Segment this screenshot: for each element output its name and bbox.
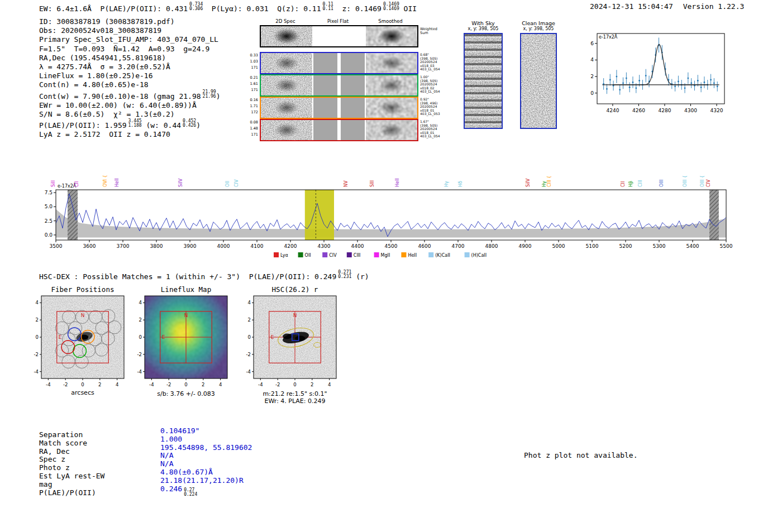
match-table-row: mag21.18(21.17,21.20)R xyxy=(39,480,252,488)
spec-cell xyxy=(261,120,312,140)
emission-line-label: Hδ xyxy=(458,181,463,187)
match-table-label: P(LAE)/P(OII) xyxy=(39,488,160,497)
legend-swatch xyxy=(401,252,406,257)
legend-label: OII xyxy=(305,253,311,258)
match-table-value: 195.454898, 55.819602 xyxy=(160,443,252,452)
data-point xyxy=(638,80,640,82)
smooth-cell xyxy=(366,26,417,46)
svg-text:4280: 4280 xyxy=(659,108,671,113)
emission-line-label: OIII { xyxy=(683,175,688,187)
hsc-cutout-plot: -4-4-2-2002244NE xyxy=(231,294,346,399)
svg-text:3800: 3800 xyxy=(150,243,163,249)
emission-line-label: OVI { xyxy=(103,175,108,187)
svg-text:-2: -2 xyxy=(137,352,142,357)
legend-swatch xyxy=(322,252,327,257)
svg-text:-4: -4 xyxy=(246,369,251,375)
emission-line-label: CII xyxy=(74,181,79,187)
svg-text:3500: 3500 xyxy=(50,243,63,249)
east-label: E xyxy=(162,334,165,340)
legend-label: (K)CaII xyxy=(435,253,450,258)
legend-swatch xyxy=(274,252,279,257)
north-label: N xyxy=(184,313,188,318)
legend-label: CIII xyxy=(354,253,361,258)
svg-text:5.0: 5.0 xyxy=(45,204,53,209)
cutout-grid: 2D SpecPixel FlatSmoothedWeightedSum0.33… xyxy=(260,18,461,147)
data-point xyxy=(606,88,608,90)
svg-text:4: 4 xyxy=(116,382,118,387)
emission-line-label: SiII xyxy=(51,180,56,187)
svg-text:4300: 4300 xyxy=(318,243,331,249)
svg-text:0: 0 xyxy=(248,334,251,340)
emission-line-label: HeII xyxy=(115,178,120,187)
row-annotation: 0.92"(398, 496)20200524v018_01403_LL_053 xyxy=(420,98,459,116)
info-line: ID: 3008387819 (3008387819.pdf) xyxy=(39,17,221,26)
svg-text:-2: -2 xyxy=(166,382,171,387)
match-table-row: P(LAE)/P(OII)0.2460.270.224 xyxy=(39,488,252,497)
svg-text:0: 0 xyxy=(139,334,142,340)
svg-text:2: 2 xyxy=(248,317,251,323)
svg-text:-2: -2 xyxy=(34,352,39,357)
emission-line-label: Hγ xyxy=(444,181,449,187)
cutout-row xyxy=(260,52,418,74)
info-line: Cont(n) = 4.80(±0.65)e-18 xyxy=(39,80,221,89)
data-point xyxy=(645,75,647,76)
info-line: EWr = 10.00(±2.00) (w: 6.40(±0.89))Å xyxy=(39,101,221,110)
legend-label: (H)CaII xyxy=(471,253,487,258)
row-fiber-weights: 0.331.03171 xyxy=(245,52,258,71)
svg-text:4100: 4100 xyxy=(251,243,264,249)
legend-swatch xyxy=(374,252,379,257)
emission-line-label: CIV xyxy=(234,179,239,187)
svg-text:4320: 4320 xyxy=(711,108,723,113)
summary-header: EW: 6.4±1.6Å P(LAE)/P(OII): 0.4310.7340.… xyxy=(39,2,417,13)
svg-text:5000: 5000 xyxy=(552,243,565,249)
match-table-value: 0.104619" xyxy=(160,426,199,435)
fiber-positions-plot-svg: -4-4-2-2002244NE xyxy=(19,294,134,396)
svg-text:4600: 4600 xyxy=(418,243,431,249)
data-point xyxy=(697,80,699,82)
lineflux-map-plot-svg: -4-4-2-2002244NE xyxy=(122,294,237,396)
gaussian-fit-curve xyxy=(613,44,708,85)
emission-line-label: Hβ xyxy=(628,181,633,187)
lineflux-caption: s/b: 3.76 +/- 0.083 xyxy=(128,390,244,397)
column-header: Pixel Flat xyxy=(312,18,364,24)
match-table-label: Est LyA rest-EW xyxy=(39,472,160,480)
with-sky-image xyxy=(464,33,503,129)
svg-text:4: 4 xyxy=(36,300,39,305)
svg-text:2: 2 xyxy=(311,382,313,387)
info-line: Obs: 20200524v018_3008387819 xyxy=(39,26,221,35)
svg-text:0.0: 0.0 xyxy=(45,232,53,238)
data-point xyxy=(632,82,634,83)
emission-line-label: CIII { xyxy=(547,176,552,187)
hsc-cutout-plot-svg: -4-4-2-2002244NE xyxy=(231,294,346,396)
emission-line-label: OIII xyxy=(659,180,664,187)
with-sky-title: With Sky xyxy=(464,20,503,26)
emission-line-label: SiIV xyxy=(526,178,531,187)
emission-line-label: OIII { xyxy=(700,175,705,187)
svg-text:4000: 4000 xyxy=(217,243,230,249)
weighted-sum-label: WeightedSum xyxy=(420,27,459,35)
elixer-report-page: { "meta": {"datetime": "2024-12-31 15:04… xyxy=(0,0,782,532)
match-table-value: 21.18(21.17,21.20)R xyxy=(160,476,244,485)
row-annotation: 1.00"(398, 505)20200524v018_02403_LL_054 xyxy=(420,75,459,94)
svg-text:3600: 3600 xyxy=(83,243,96,249)
smooth-cell xyxy=(366,98,417,118)
svg-text:4: 4 xyxy=(248,300,251,305)
legend-label: Lyα xyxy=(280,253,288,258)
clean-image-title: Clean Image xyxy=(520,20,557,26)
data-point xyxy=(704,82,705,83)
emission-line-label: OII xyxy=(225,181,230,187)
row-fiber-weights: 0.081.48171 xyxy=(245,119,258,138)
match-table-label: Match score xyxy=(39,439,160,447)
hsc-caption-1: m:21.2 re:1.5" s:0.1" xyxy=(237,390,352,397)
report-timestamp: 2024-12-31 15:04:47Version 1.22.3 xyxy=(590,2,744,11)
flat-cell xyxy=(313,53,365,73)
hsc-matches-line: HSC-DEX : Possible Matches = 1 (within +… xyxy=(39,270,369,281)
match-table-value: 1.000 xyxy=(160,435,182,443)
match-table-label: Spec z xyxy=(39,455,160,463)
spec-cell xyxy=(261,98,312,118)
info-line: Cont(w) = 7.90(±0.10)e-18 (gmag 21.9821.… xyxy=(39,90,221,101)
svg-text:4900: 4900 xyxy=(519,243,532,249)
hsc-cutout-title: HSC(26.2) r xyxy=(237,285,352,294)
data-point xyxy=(619,89,621,90)
photz-note: Phot z plot not available. xyxy=(524,451,638,459)
